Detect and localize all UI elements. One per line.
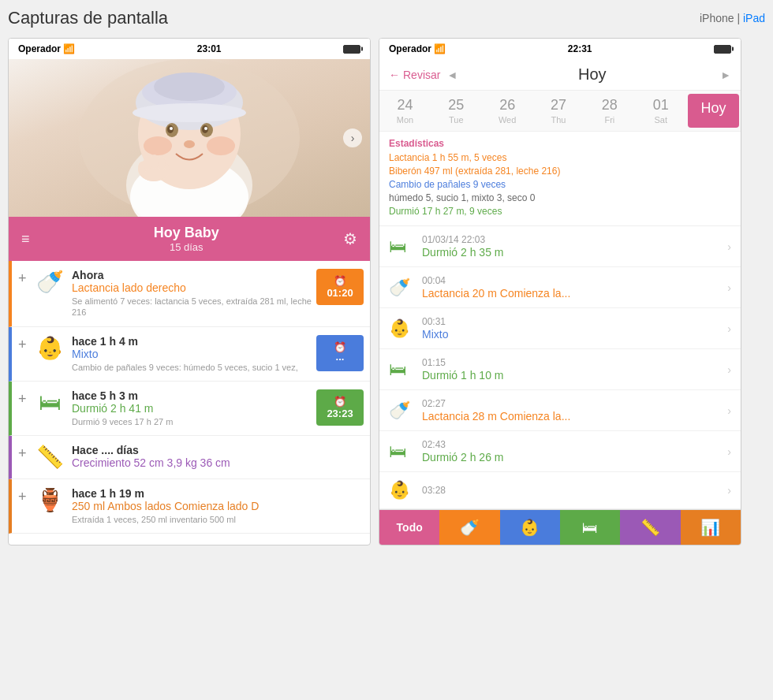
pump-detail: Extraída 1 veces, 250 ml inventario 500 … [72, 514, 364, 525]
sleep-icon: 🛏 [35, 389, 64, 415]
diaper-action[interactable]: ⏰ ··· [316, 335, 364, 371]
back-arrow-icon: ← [389, 69, 400, 81]
menu-icon[interactable]: ≡ [21, 231, 30, 248]
stat-diaper: Cambio de pañales 9 veces [389, 179, 731, 190]
tab-chart[interactable]: 📊 [681, 510, 741, 545]
cal-day-today[interactable]: Hoy [688, 94, 739, 128]
app-header: ≡ Hoy Baby 15 días ⚙ [9, 217, 370, 261]
tab-growth[interactable]: 📏 [620, 510, 680, 545]
screenshots-container: Operador 📶 23:01 [8, 38, 765, 545]
diaper-content: hace 1 h 4 m Mixto Cambio de pañales 9 v… [72, 335, 316, 373]
growth-icon: 📏 [35, 444, 64, 470]
event-title-3: Mixto [422, 328, 727, 341]
event-item[interactable]: 🍼 02:27 Lactancia 28 m Comienza la... › [379, 390, 741, 431]
app-name: Hoy Baby [154, 225, 219, 241]
svg-point-21 [151, 155, 159, 169]
list-item: + 📏 Hace .... días Crecimiento 52 cm 3,9… [9, 436, 370, 479]
event-chevron-2: › [727, 281, 731, 294]
event-item[interactable]: 🛏 02:43 Durmió 2 h 26 m › [379, 431, 741, 472]
gear-icon[interactable]: ⚙ [343, 229, 357, 248]
event-content-4: 01:15 Durmió 1 h 10 m [422, 357, 727, 382]
carrier-right: Operador 📶 [389, 43, 446, 54]
sleep-title: Durmió 2 h 41 m [72, 402, 316, 415]
cal-day-tue[interactable]: 25 Tue [431, 91, 482, 131]
event-time-3: 00:31 [422, 316, 727, 327]
tab-todo[interactable]: Todo [379, 510, 439, 545]
sleep-action[interactable]: ⏰ 23:23 [316, 389, 364, 426]
event-chevron-7: › [727, 484, 731, 497]
event-content-6: 02:43 Durmió 2 h 26 m [422, 439, 727, 464]
plus-button-sleep[interactable]: + [18, 391, 31, 408]
prev-arrow[interactable]: ◄ [446, 69, 457, 81]
svg-point-20 [144, 156, 151, 170]
event-title-6: Durmió 2 h 26 m [422, 451, 727, 464]
nursing-action[interactable]: ⏰ 01:20 [316, 269, 364, 305]
plus-button-pump[interactable]: + [18, 489, 31, 505]
nursing-title: Lactancia lado derecho [72, 281, 316, 294]
event-item[interactable]: 🛏 01:15 Durmió 1 h 10 m › [379, 349, 741, 390]
iphone-label[interactable]: iPhone [700, 12, 734, 24]
phone-right: Operador 📶 22:31 ← Revisar ◄ Hoy ► 24 Mo… [379, 38, 741, 545]
ipad-label[interactable]: iPad [743, 12, 765, 24]
cal-day-thu[interactable]: 27 Thu [533, 91, 584, 131]
tab-sleep[interactable]: 🛏 [560, 510, 620, 545]
alarm-icon-3: ⏰ [334, 396, 346, 408]
cal-day-sat[interactable]: 01 Sat [635, 91, 686, 131]
back-button[interactable]: ← Revisar [389, 69, 440, 81]
event-title-4: Durmió 1 h 10 m [422, 369, 727, 382]
event-item[interactable]: 👶 00:31 Mixto › [379, 308, 741, 349]
tab-bar: Todo 🍼 👶 🛏 📏 📊 [379, 509, 741, 545]
svg-point-6 [154, 73, 225, 101]
event-time-2: 00:04 [422, 275, 727, 286]
plus-button-nursing[interactable]: + [18, 270, 31, 287]
sleep-time: hace 5 h 3 m [72, 389, 316, 402]
next-arrow[interactable]: ► [720, 69, 731, 81]
alarm-icon-2: ⏰ [334, 341, 346, 353]
cal-day-fri[interactable]: 28 Fri [584, 91, 635, 131]
event-time-7: 03:28 [422, 485, 727, 496]
svg-point-7 [133, 103, 246, 122]
event-content-7: 03:28 [422, 485, 727, 497]
photo-chevron-right[interactable]: › [343, 128, 362, 147]
list-item: + 🛏 hace 5 h 3 m Durmió 2 h 41 m Durmió … [9, 382, 370, 436]
pump-title: 250 ml Ambos lados Comienza lado D [72, 500, 364, 512]
event-time-5: 02:27 [422, 398, 727, 409]
event-item[interactable]: 🍼 00:04 Lactancia 20 m Comienza la... › [379, 267, 741, 308]
cal-day-wed[interactable]: 26 Wed [482, 91, 533, 131]
nursing-event-icon-2: 🍼 [389, 400, 413, 421]
carrier-left: Operador 📶 [18, 43, 75, 54]
event-item[interactable]: 🛏 01/03/14 22:03 Durmió 2 h 35 m › [379, 226, 741, 267]
stat-diaper-detail: húmedo 5, sucio 1, mixto 3, seco 0 [389, 192, 731, 203]
time-left: 23:01 [197, 43, 222, 54]
cal-day-mon[interactable]: 24 Mon [379, 91, 431, 131]
event-title-5: Lactancia 28 m Comienza la... [422, 410, 727, 423]
event-chevron-5: › [727, 404, 731, 417]
stat-bottle: Biberón 497 ml (extraída 281, leche 216) [389, 166, 731, 177]
event-item[interactable]: 👶 03:28 › [379, 472, 741, 509]
svg-point-16 [207, 136, 235, 155]
nursing-icon: 🍼 [35, 269, 64, 295]
status-bar-left: Operador 📶 23:01 [9, 39, 370, 59]
battery-right [714, 45, 731, 54]
sleep-action-time: 23:23 [327, 408, 353, 419]
nursing-detail: Se alimentó 7 veces: lactancia 5 veces, … [72, 296, 316, 318]
plus-button-diaper[interactable]: + [18, 337, 31, 353]
diaper-event-icon-2: 👶 [389, 480, 413, 501]
event-chevron-3: › [727, 322, 731, 335]
tab-diaper[interactable]: 👶 [500, 510, 560, 545]
event-time-1: 01/03/14 22:03 [422, 234, 727, 245]
plus-button-growth[interactable]: + [18, 445, 31, 462]
event-chevron-1: › [727, 240, 731, 253]
growth-time: Hace .... días [72, 444, 364, 456]
battery-left [343, 45, 360, 54]
tab-bottle[interactable]: 🍼 [439, 510, 499, 545]
event-chevron-6: › [727, 445, 731, 458]
sleep-event-icon-1: 🛏 [389, 236, 413, 257]
event-title-1: Durmió 2 h 35 m [422, 246, 727, 259]
growth-title: Crecimiento 52 cm 3,9 kg 36 cm [72, 456, 364, 469]
diaper-time: hace 1 h 4 m [72, 335, 316, 348]
stats-section: Estadísticas Lactancia 1 h 55 m, 5 veces… [379, 132, 741, 226]
svg-point-15 [144, 136, 172, 155]
stat-sleep: Durmió 17 h 27 m, 9 veces [389, 206, 731, 217]
event-time-6: 02:43 [422, 439, 727, 450]
